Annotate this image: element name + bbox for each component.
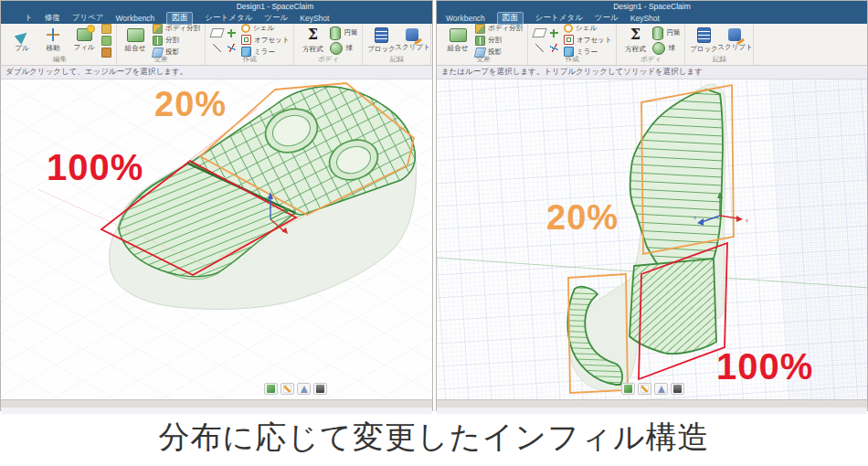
line-icon[interactable] xyxy=(213,44,221,52)
script-button[interactable]: スクリプト xyxy=(721,26,748,55)
offset-icon xyxy=(241,35,251,45)
tab-sheetmetal[interactable]: シートメタル xyxy=(535,13,583,24)
equation-button[interactable]: Σ方程式 xyxy=(299,26,326,55)
group-label-create: 作成 xyxy=(206,55,293,64)
section-mode-button[interactable] xyxy=(297,383,311,395)
tab-repair[interactable]: 修復 xyxy=(45,13,60,24)
spaceclaim-window-right: Design1 - SpaceClaim Workbench 図面 シートメタル… xyxy=(436,0,868,411)
shaded-view-button[interactable] xyxy=(264,383,278,395)
equation-button[interactable]: Σ方程式 xyxy=(621,26,649,55)
tab-prepare[interactable]: プリペア xyxy=(72,13,104,24)
scene-icon xyxy=(316,385,324,393)
group-label-body: ボディ xyxy=(617,55,684,64)
infill-100-label: 100% xyxy=(716,348,813,385)
sphere-button[interactable]: 球 xyxy=(652,42,680,55)
3d-mode-button[interactable] xyxy=(313,383,327,395)
axes-tool-icon[interactable] xyxy=(550,44,558,52)
block-button[interactable]: ブロック xyxy=(690,26,717,55)
viewport-3d-right[interactable]: x z 20% 100% xyxy=(437,79,867,399)
cylinder-button[interactable]: 円筒 xyxy=(652,26,680,40)
axes-tool-icon[interactable] xyxy=(228,44,236,52)
equation-icon: Σ xyxy=(308,26,318,43)
tab-keyshot[interactable]: KeyShot xyxy=(630,14,660,23)
plane-icon[interactable] xyxy=(532,28,546,37)
cylinder-button[interactable]: 円筒 xyxy=(330,26,357,40)
sketch-mode-button[interactable] xyxy=(281,383,294,395)
script-icon xyxy=(728,28,741,41)
infill-100-label: 100% xyxy=(47,149,143,185)
move-button[interactable]: 移動 xyxy=(39,26,67,55)
split-button[interactable]: 分割 xyxy=(153,36,200,46)
shaded-view-button[interactable] xyxy=(621,383,635,395)
shell-button[interactable]: シェル xyxy=(564,24,611,33)
ribbon-group-body: Σ方程式 円筒 球 ボディ xyxy=(294,24,363,65)
plane-icon[interactable] xyxy=(209,28,224,37)
window-title: Design1 - SpaceClaim xyxy=(613,2,691,11)
tab-keyshot[interactable]: KeyShot xyxy=(300,14,329,23)
ribbon-group-create: シェル オフセット ミラー 作成 xyxy=(528,24,617,65)
fill-button[interactable]: フィル xyxy=(70,26,98,55)
cylinder-icon xyxy=(652,26,663,40)
block-button[interactable]: ブロック xyxy=(367,26,395,55)
scene-icon xyxy=(673,385,682,393)
3d-mode-button[interactable] xyxy=(671,383,684,395)
offset-button[interactable]: オフセット xyxy=(241,35,289,45)
split-button[interactable]: 分割 xyxy=(475,36,523,46)
combine-icon xyxy=(127,28,144,42)
spaceclaim-window-left: Design1 - SpaceClaim ト 修復 プリペア Workbench… xyxy=(0,0,433,411)
script-button[interactable]: スクリプト xyxy=(398,26,426,55)
screenshot-root: Design1 - SpaceClaim ト 修復 プリペア Workbench… xyxy=(0,0,868,466)
tab-tools[interactable]: ツール xyxy=(264,13,288,24)
combine-button[interactable]: 組合せ xyxy=(122,26,149,55)
ribbon-group-intersect: 組合せ ボディ分割 分割 投影 交差 xyxy=(439,24,528,65)
group-label-record: 記録 xyxy=(363,55,430,64)
sphere-button[interactable]: 球 xyxy=(330,42,357,55)
split-body-button[interactable]: ボディ分割 xyxy=(153,24,200,34)
shell-icon xyxy=(241,24,250,33)
tab-workbench[interactable]: Workbench xyxy=(446,14,485,23)
offset-button[interactable]: オフセット xyxy=(564,35,611,45)
tab-drawing-active[interactable]: 図面 xyxy=(497,12,524,25)
combine-button[interactable]: 組合せ xyxy=(444,26,471,55)
figure-caption: 分布に応じて変更したインフィル構造 xyxy=(0,417,868,459)
ribbon-group-record: ブロック スクリプト 記録 xyxy=(685,24,754,65)
pull-icon xyxy=(14,28,30,45)
titlebar-left[interactable]: Design1 - SpaceClaim xyxy=(1,1,432,12)
tab-drawing-active[interactable]: 図面 xyxy=(166,12,193,25)
ribbon-right: 組合せ ボディ分割 分割 投影 交差 xyxy=(437,24,867,66)
move-icon xyxy=(46,27,60,42)
viewport-3d-left[interactable]: 20% 100% xyxy=(1,79,432,399)
shell-button[interactable]: シェル xyxy=(241,24,289,33)
point-icon[interactable] xyxy=(228,29,236,37)
window-title: Design1 - SpaceClaim xyxy=(237,2,314,11)
sketch-mode-button[interactable] xyxy=(638,383,651,395)
line-icon[interactable] xyxy=(535,44,544,52)
edit-extra-buttons[interactable] xyxy=(101,24,111,58)
cube-icon xyxy=(267,385,275,393)
view-mode-toolbar-right xyxy=(621,383,684,395)
group-label-record: 記録 xyxy=(685,55,753,64)
status-hint-left: ダブルクリックして、エッジループを選択します。 xyxy=(1,66,432,79)
split-body-icon xyxy=(153,24,163,34)
svg-text:x: x xyxy=(746,217,748,223)
cylinder-icon xyxy=(330,26,341,40)
split-body-button[interactable]: ボディ分割 xyxy=(475,24,523,34)
tab-partial[interactable]: ト xyxy=(25,13,33,24)
tab-tools[interactable]: ツール xyxy=(595,13,619,24)
view-mode-toolbar-left xyxy=(264,383,327,395)
horizontal-scrollbar-right[interactable] xyxy=(437,399,867,408)
tab-workbench[interactable]: Workbench xyxy=(116,14,155,23)
titlebar-right[interactable]: Design1 - SpaceClaim xyxy=(437,1,867,12)
horizontal-scrollbar-left[interactable] xyxy=(1,399,432,408)
edit-extra-icon-2 xyxy=(101,36,111,46)
svg-text:z: z xyxy=(693,215,696,220)
block-icon xyxy=(697,27,711,43)
menu-bar-left: ト 修復 プリペア Workbench 図面 シートメタル ツール KeySho… xyxy=(1,12,432,24)
tab-sheetmetal[interactable]: シートメタル xyxy=(205,13,252,24)
pull-button[interactable]: プル xyxy=(8,26,36,55)
statusbar-right xyxy=(437,408,867,414)
split-icon xyxy=(475,36,485,46)
point-icon[interactable] xyxy=(550,29,558,37)
block-icon xyxy=(375,27,388,43)
section-mode-button[interactable] xyxy=(654,383,668,395)
